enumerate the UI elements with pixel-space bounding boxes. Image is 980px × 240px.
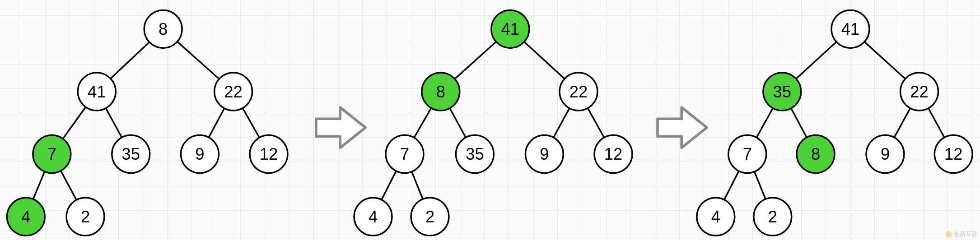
tree-node: 22 — [901, 73, 938, 111]
tree-node-value: 22 — [569, 83, 588, 101]
tree-edge — [724, 171, 739, 200]
tree-edge — [791, 108, 807, 138]
tree-node: 35 — [763, 73, 801, 111]
tree-edge — [412, 172, 423, 199]
tree-node: 35 — [456, 135, 494, 173]
tree-node-value: 22 — [910, 83, 928, 101]
tree-edge — [894, 108, 910, 138]
tree-node-value: 8 — [159, 20, 168, 38]
arrow-right-icon — [316, 107, 365, 148]
tree-node-value: 4 — [21, 208, 30, 226]
tree-node-value: 12 — [944, 145, 962, 163]
tree-node: 4 — [697, 198, 735, 235]
tree-node-value: 7 — [400, 145, 409, 163]
tree-diagram-canvas: 841227359124241822735912424135227891242 — [0, 0, 980, 240]
tree-node: 12 — [934, 135, 972, 173]
watermark: 创新互联 — [946, 230, 977, 238]
tree-node: 4 — [7, 198, 45, 235]
tree-node-value: 9 — [540, 145, 549, 163]
watermark-text: 创新互联 — [954, 230, 977, 238]
tree-node-value: 2 — [425, 208, 434, 226]
tree-edge — [177, 42, 219, 79]
tree-node: 2 — [411, 198, 449, 235]
tree-node: 35 — [112, 135, 150, 173]
tree-node: 4 — [354, 198, 392, 235]
tree-node-value: 8 — [811, 145, 820, 163]
tree-node-value: 2 — [768, 208, 777, 226]
tree-node-value: 41 — [841, 20, 859, 38]
tree-node-value: 8 — [436, 83, 445, 101]
tree-edge — [111, 42, 149, 78]
tree-node: 41 — [78, 73, 116, 111]
tree-edge — [455, 42, 496, 78]
tree-edge — [755, 172, 766, 199]
tree-node: 22 — [215, 73, 252, 111]
tree-edge — [524, 42, 565, 79]
tree-node-value: 35 — [773, 83, 791, 101]
tree-node-value: 4 — [369, 208, 378, 226]
tree-node-value: 7 — [743, 145, 752, 163]
tree-edge — [382, 171, 396, 200]
tree-node-value: 2 — [81, 208, 90, 226]
tree-node: 7 — [386, 135, 424, 173]
tree-node-value: 12 — [604, 145, 622, 163]
tree-edge — [864, 42, 905, 79]
tree-node: 2 — [66, 198, 104, 235]
tree-node-value: 9 — [881, 145, 890, 163]
tree-node: 8 — [422, 73, 460, 111]
tree-edge — [33, 171, 44, 199]
tree-node-value: 35 — [122, 145, 140, 163]
tree-node-value: 35 — [466, 145, 484, 163]
tree-node: 41 — [491, 10, 529, 48]
tree-edge — [106, 108, 121, 138]
tree-edge — [588, 108, 604, 138]
tree-node: 2 — [754, 198, 792, 235]
tree-edge — [63, 107, 85, 138]
tree-node: 9 — [525, 135, 563, 173]
tree-node: 8 — [144, 10, 182, 48]
tree-node-value: 12 — [260, 145, 278, 163]
tree-node: 41 — [831, 10, 869, 48]
tree-edge — [414, 108, 431, 138]
arrow-right-icon — [658, 107, 707, 148]
logo-icon — [946, 231, 952, 237]
tree-node-value: 41 — [501, 20, 519, 38]
tree-node: 7 — [33, 135, 71, 173]
tree-node-value: 22 — [224, 83, 242, 101]
tree-edge — [796, 42, 836, 79]
tree-node: 8 — [797, 135, 835, 173]
tree-edge — [450, 108, 466, 138]
tree-edge — [756, 108, 773, 138]
tree-edge — [61, 171, 77, 200]
tree-node: 12 — [594, 135, 632, 173]
tree-node-value: 41 — [88, 83, 106, 101]
tree-edge — [554, 108, 569, 138]
tree-node-value: 9 — [195, 145, 204, 163]
tree-node-value: 7 — [47, 145, 56, 163]
tree-edge — [243, 108, 259, 138]
tree-node: 7 — [728, 135, 766, 173]
tree-edge — [209, 108, 224, 138]
tree-node: 9 — [181, 135, 219, 173]
tree-node: 9 — [866, 135, 904, 173]
tree-node: 12 — [250, 135, 288, 173]
tree-node-value: 4 — [711, 208, 720, 226]
tree-node: 22 — [560, 73, 597, 111]
tree-edge — [929, 108, 944, 138]
